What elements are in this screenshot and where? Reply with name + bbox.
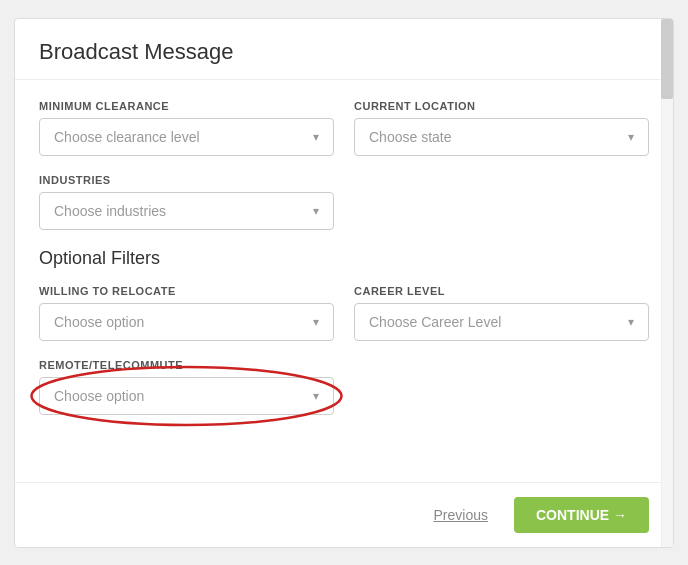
select-minimum-clearance[interactable]: Choose clearance level ▾ [39, 118, 334, 156]
row-relocate-career: WILLING TO RELOCATE Choose option ▾ CARE… [39, 285, 649, 341]
chevron-down-icon: ▾ [313, 315, 319, 329]
modal-body: MINIMUM CLEARANCE Choose clearance level… [15, 80, 673, 482]
row-clearance-location: MINIMUM CLEARANCE Choose clearance level… [39, 100, 649, 156]
previous-button[interactable]: Previous [422, 499, 500, 531]
select-willing-to-relocate[interactable]: Choose option ▾ [39, 303, 334, 341]
select-industries-value: Choose industries [54, 203, 166, 219]
select-current-location[interactable]: Choose state ▾ [354, 118, 649, 156]
label-willing-to-relocate: WILLING TO RELOCATE [39, 285, 334, 297]
scrollbar-thumb[interactable] [661, 19, 673, 99]
chevron-down-icon: ▾ [628, 315, 634, 329]
row-remote: REMOTE/TELECOMMUTE Choose option ▾ [39, 359, 649, 415]
label-minimum-clearance: MINIMUM CLEARANCE [39, 100, 334, 112]
modal-title: Broadcast Message [39, 39, 649, 65]
row-industries: INDUSTRIES Choose industries ▾ [39, 174, 649, 230]
select-remote-telecommute[interactable]: Choose option ▾ [39, 377, 334, 415]
group-industries: INDUSTRIES Choose industries ▾ [39, 174, 334, 230]
chevron-down-icon: ▾ [628, 130, 634, 144]
chevron-down-icon: ▾ [313, 389, 319, 403]
broadcast-message-modal: Broadcast Message MINIMUM CLEARANCE Choo… [14, 18, 674, 548]
label-current-location: CURRENT LOCATION [354, 100, 649, 112]
group-willing-to-relocate: WILLING TO RELOCATE Choose option ▾ [39, 285, 334, 341]
continue-button[interactable]: CONTINUE → [514, 497, 649, 533]
group-current-location: CURRENT LOCATION Choose state ▾ [354, 100, 649, 156]
select-relocate-value: Choose option [54, 314, 144, 330]
label-industries: INDUSTRIES [39, 174, 334, 186]
select-minimum-clearance-value: Choose clearance level [54, 129, 200, 145]
select-current-location-value: Choose state [369, 129, 452, 145]
scrollbar-track[interactable] [661, 19, 673, 547]
select-remote-value: Choose option [54, 388, 144, 404]
label-career-level: CAREER LEVEL [354, 285, 649, 297]
modal-header: Broadcast Message [15, 19, 673, 80]
select-industries[interactable]: Choose industries ▾ [39, 192, 334, 230]
label-remote-telecommute: REMOTE/TELECOMMUTE [39, 359, 334, 371]
group-minimum-clearance: MINIMUM CLEARANCE Choose clearance level… [39, 100, 334, 156]
optional-filters-title: Optional Filters [39, 248, 649, 269]
group-remote-telecommute: REMOTE/TELECOMMUTE Choose option ▾ [39, 359, 334, 415]
select-career-level-value: Choose Career Level [369, 314, 501, 330]
chevron-down-icon: ▾ [313, 204, 319, 218]
select-career-level[interactable]: Choose Career Level ▾ [354, 303, 649, 341]
chevron-down-icon: ▾ [313, 130, 319, 144]
modal-footer: Previous CONTINUE → [15, 482, 673, 547]
group-career-level: CAREER LEVEL Choose Career Level ▾ [354, 285, 649, 341]
